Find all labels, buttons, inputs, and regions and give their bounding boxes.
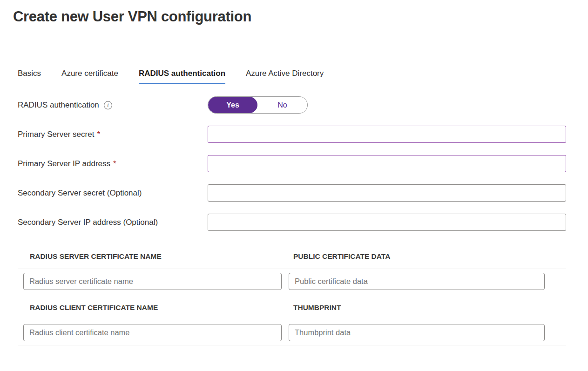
public-certificate-data-header: PUBLIC CERTIFICATE DATA	[293, 252, 566, 261]
required-asterisk: *	[113, 159, 116, 169]
toggle-yes-button[interactable]: Yes	[208, 97, 257, 113]
radius-client-certificate-name-input[interactable]	[23, 324, 282, 341]
radius-server-certificate-name-header: RADIUS SERVER CERTIFICATE NAME	[30, 252, 293, 261]
secondary-server-secret-label-text: Secondary Server secret (Optional)	[18, 189, 142, 198]
radius-client-certificate-name-header: RADIUS CLIENT CERTIFICATE NAME	[30, 304, 293, 312]
secondary-server-secret-label: Secondary Server secret (Optional)	[18, 189, 208, 198]
primary-server-secret-row: Primary Server secret *	[18, 126, 588, 143]
secondary-server-secret-input[interactable]	[208, 184, 566, 202]
secondary-server-secret-row: Secondary Server secret (Optional)	[18, 184, 588, 202]
create-user-vpn-configuration-page: Create new User VPN configuration Basics…	[0, 0, 588, 345]
public-certificate-data-input[interactable]	[289, 273, 545, 290]
radius-authentication-label: RADIUS authentication i	[18, 101, 208, 110]
radius-authentication-form: RADIUS authentication i Yes No Primary S…	[18, 96, 588, 231]
secondary-server-ip-label: Secondary Server IP address (Optional)	[18, 218, 208, 227]
required-asterisk: *	[97, 130, 100, 139]
radius-authentication-toggle[interactable]: Yes No	[208, 96, 308, 114]
secondary-server-ip-label-text: Secondary Server IP address (Optional)	[18, 218, 158, 227]
primary-server-secret-input[interactable]	[208, 126, 566, 143]
thumbprint-input[interactable]	[289, 324, 545, 341]
page-title: Create new User VPN configuration	[13, 8, 588, 25]
server-certificate-input-row	[18, 269, 566, 294]
primary-server-ip-input[interactable]	[208, 155, 566, 172]
tab-azure-active-directory[interactable]: Azure Active Directory	[246, 69, 324, 84]
tab-radius-authentication[interactable]: RADIUS authentication	[139, 69, 225, 84]
tab-azure-certificate[interactable]: Azure certificate	[61, 69, 118, 84]
server-certificate-header-row: RADIUS SERVER CERTIFICATE NAME PUBLIC CE…	[18, 252, 566, 269]
tab-bar: Basics Azure certificate RADIUS authenti…	[18, 69, 588, 84]
radius-certificates-table: RADIUS SERVER CERTIFICATE NAME PUBLIC CE…	[18, 252, 566, 345]
radius-authentication-toggle-row: RADIUS authentication i Yes No	[18, 96, 588, 114]
info-icon[interactable]: i	[104, 101, 112, 109]
radius-server-certificate-name-input[interactable]	[23, 273, 282, 290]
divider	[18, 345, 566, 345]
secondary-server-ip-input[interactable]	[208, 214, 566, 231]
primary-server-ip-row: Primary Server IP address *	[18, 155, 588, 172]
toggle-no-button[interactable]: No	[257, 97, 307, 113]
radius-authentication-label-text: RADIUS authentication	[18, 101, 99, 110]
primary-server-ip-label-text: Primary Server IP address	[18, 159, 110, 169]
primary-server-ip-label: Primary Server IP address *	[18, 159, 208, 169]
primary-server-secret-label: Primary Server secret *	[18, 130, 208, 139]
client-certificate-header-row: RADIUS CLIENT CERTIFICATE NAME THUMBPRIN…	[18, 294, 566, 320]
thumbprint-header: THUMBPRINT	[293, 304, 566, 312]
secondary-server-ip-row: Secondary Server IP address (Optional)	[18, 214, 588, 231]
client-certificate-input-row	[18, 320, 566, 345]
primary-server-secret-label-text: Primary Server secret	[18, 130, 94, 139]
tab-basics[interactable]: Basics	[18, 69, 41, 84]
